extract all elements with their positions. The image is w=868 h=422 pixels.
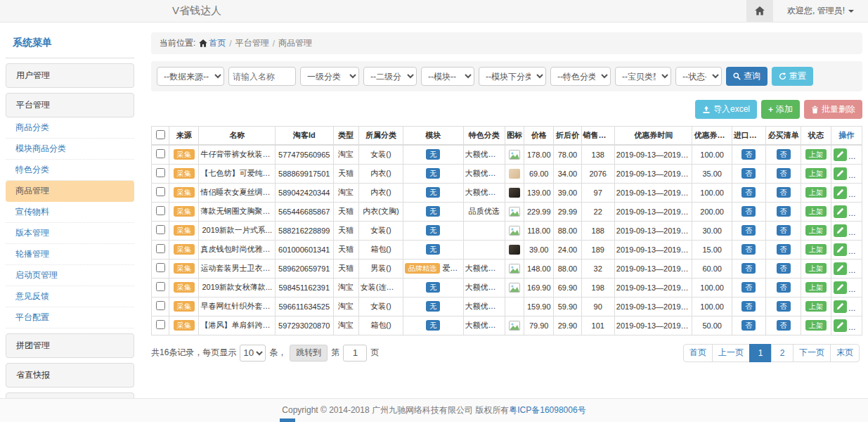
import-choice-badge[interactable]: 否: [741, 168, 756, 179]
per-page-select[interactable]: 10: [240, 345, 266, 362]
user-menu[interactable]: 欢迎您, 管理员!: [773, 5, 868, 17]
row-checkbox[interactable]: [156, 282, 165, 291]
filter-input-product-name[interactable]: [228, 67, 296, 86]
home-button[interactable]: [746, 0, 773, 22]
row-checkbox[interactable]: [156, 225, 165, 234]
page-button-末页[interactable]: 末页: [830, 344, 860, 362]
sidebar-item-轮播管理[interactable]: 轮播管理: [6, 244, 134, 265]
cell-icon: [505, 221, 524, 240]
must-buy-badge[interactable]: 否: [777, 320, 791, 331]
must-buy-badge[interactable]: 否: [777, 263, 791, 274]
row-checkbox[interactable]: [156, 206, 165, 215]
import-choice-badge[interactable]: 否: [741, 225, 756, 236]
jump-button[interactable]: 跳转到: [290, 345, 328, 362]
row-checkbox[interactable]: [156, 263, 165, 272]
sidebar-item-平台管理[interactable]: 平台管理: [6, 93, 134, 117]
page-button-2[interactable]: 2: [771, 344, 793, 362]
must-buy-badge[interactable]: 否: [777, 149, 791, 160]
edit-button[interactable]: [834, 281, 847, 294]
select-all-checkbox[interactable]: [156, 130, 165, 139]
import-choice-badge[interactable]: 否: [741, 244, 756, 255]
cell-sales-count: 32: [581, 259, 614, 278]
table-row: 采集2019新款女秋薄款...598451162391淘宝女装(连衣裙)无大额优…: [152, 278, 862, 297]
edit-button[interactable]: [834, 148, 847, 161]
status-badge[interactable]: 上架: [805, 282, 827, 293]
edit-button[interactable]: [834, 300, 847, 313]
filter-select-module-subcategory[interactable]: --模块下分类--: [479, 67, 546, 86]
batch-delete-button[interactable]: 批量删除: [804, 100, 862, 119]
status-badge[interactable]: 上架: [805, 263, 827, 274]
search-button[interactable]: 查询: [726, 67, 767, 86]
row-checkbox[interactable]: [156, 187, 165, 196]
sidebar-item-省直快报[interactable]: 省直快报: [6, 363, 134, 388]
row-checkbox[interactable]: [156, 149, 165, 158]
import-choice-badge[interactable]: 否: [741, 187, 756, 198]
cell-coupon-time: 2019-09-13—2019-09-17: [614, 278, 692, 297]
row-checkbox[interactable]: [156, 320, 165, 329]
edit-button[interactable]: [834, 224, 847, 237]
filter-select-status[interactable]: --状态--: [675, 67, 722, 86]
status-badge[interactable]: 上架: [805, 301, 827, 312]
import-choice-badge[interactable]: 否: [741, 263, 756, 274]
cell-product-name: 情侣睡衣女夏丝绸男士...: [199, 183, 276, 202]
filter-select-item-type[interactable]: --宝贝类型--: [615, 67, 671, 86]
import-choice-badge[interactable]: 否: [741, 301, 756, 312]
breadcrumb-item-product: 商品管理: [278, 37, 312, 49]
filter-select-module[interactable]: --模块--: [421, 67, 474, 86]
import-choice-badge[interactable]: 否: [741, 320, 756, 331]
add-button[interactable]: + 添加: [761, 100, 800, 119]
status-badge[interactable]: 上架: [805, 149, 827, 160]
page-button-下一页[interactable]: 下一页: [793, 344, 831, 362]
page-button-上一页[interactable]: 上一页: [712, 344, 750, 362]
sidebar-item-商品管理[interactable]: 商品管理: [6, 181, 134, 202]
edit-button[interactable]: [834, 262, 847, 275]
import-choice-badge[interactable]: 否: [741, 206, 756, 217]
edit-button[interactable]: [834, 243, 847, 256]
edit-button[interactable]: [834, 167, 847, 180]
import-choice-badge[interactable]: 否: [741, 282, 756, 293]
status-badge[interactable]: 上架: [805, 244, 827, 255]
filter-select-level1-category[interactable]: 一级分类: [300, 67, 359, 86]
sidebar-item-版本管理[interactable]: 版本管理: [6, 223, 134, 244]
import-excel-button[interactable]: 导入excel: [695, 100, 757, 119]
sidebar-item-启动页管理[interactable]: 启动页管理: [6, 265, 134, 286]
import-choice-badge[interactable]: 否: [741, 149, 756, 160]
page-button-1[interactable]: 1: [749, 344, 772, 362]
edit-button[interactable]: [834, 186, 847, 199]
row-checkbox[interactable]: [156, 168, 165, 177]
breadcrumb-item-platform[interactable]: 平台管理: [235, 37, 269, 49]
must-buy-badge[interactable]: 否: [777, 206, 791, 217]
edit-button[interactable]: [834, 205, 847, 218]
status-badge[interactable]: 上架: [805, 206, 827, 217]
reset-button[interactable]: 重置: [772, 67, 813, 86]
filter-select-special-category[interactable]: --特色分类--: [550, 67, 611, 86]
page-number-input[interactable]: [343, 345, 367, 362]
must-buy-badge[interactable]: 否: [777, 244, 791, 255]
sidebar-item-平台配置[interactable]: 平台配置: [6, 307, 134, 328]
filter-select-level2-category[interactable]: --二级分类--: [363, 67, 417, 86]
sidebar-item-宣传物料[interactable]: 宣传物料: [6, 202, 134, 223]
filter-select-data-source[interactable]: --数据来源--: [157, 67, 224, 86]
must-buy-badge[interactable]: 否: [777, 187, 791, 198]
must-buy-badge[interactable]: 否: [777, 168, 791, 179]
status-badge[interactable]: 上架: [805, 168, 827, 179]
sidebar-item-商品分类[interactable]: 商品分类: [6, 117, 134, 139]
status-badge[interactable]: 上架: [805, 187, 827, 198]
page-button-首页[interactable]: 首页: [683, 344, 713, 362]
edit-button[interactable]: [834, 319, 847, 332]
row-checkbox[interactable]: [156, 301, 165, 310]
sidebar-item-用户管理[interactable]: 用户管理: [6, 63, 134, 88]
cell-discount-price: 59.90: [554, 297, 581, 316]
sidebar-item-特色分类[interactable]: 特色分类: [6, 160, 134, 181]
status-badge[interactable]: 上架: [805, 320, 827, 331]
must-buy-badge[interactable]: 否: [777, 225, 791, 236]
sidebar-item-意见反馈[interactable]: 意见反馈: [6, 286, 134, 307]
status-badge[interactable]: 上架: [805, 225, 827, 236]
must-buy-badge[interactable]: 否: [777, 301, 791, 312]
sidebar-item-模块商品分类[interactable]: 模块商品分类: [6, 139, 134, 160]
must-buy-badge[interactable]: 否: [777, 282, 791, 293]
breadcrumb-home-link[interactable]: 首页: [199, 37, 226, 49]
sidebar-item-拼团管理[interactable]: 拼团管理: [6, 333, 134, 358]
icp-link[interactable]: 粤ICP备16098006号: [509, 404, 585, 416]
row-checkbox[interactable]: [156, 244, 165, 253]
